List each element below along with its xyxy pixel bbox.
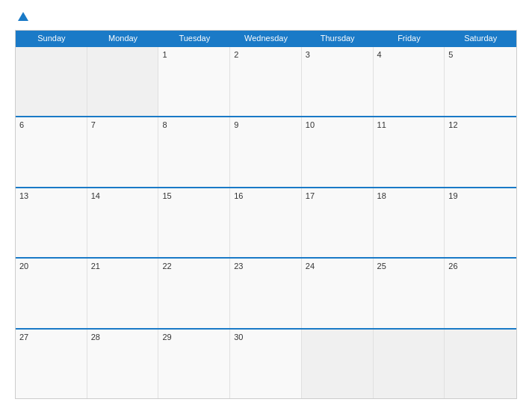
day-cell: 20 [16, 259, 87, 327]
week-row-3: 20212223242526 [16, 257, 516, 327]
day-cell: 16 [230, 188, 302, 257]
day-cell: 27 [16, 330, 87, 398]
day-number: 20 [19, 262, 83, 271]
day-number: 22 [162, 262, 226, 271]
day-cell [445, 330, 516, 398]
day-cell [302, 330, 374, 398]
day-number: 23 [234, 262, 297, 271]
day-number: 21 [91, 262, 155, 271]
day-cell: 6 [16, 117, 87, 186]
day-number: 17 [306, 191, 369, 200]
day-cell: 15 [158, 188, 230, 257]
day-cell: 29 [158, 330, 230, 398]
day-cell: 25 [374, 259, 445, 327]
day-cell [374, 330, 445, 398]
day-number: 15 [162, 191, 226, 200]
day-number: 8 [162, 120, 226, 129]
day-header-thursday: Thursday [302, 31, 374, 46]
week-row-4: 27282930 [16, 328, 516, 398]
day-number: 10 [306, 120, 369, 129]
day-number: 28 [91, 333, 155, 342]
day-headers: SundayMondayTuesdayWednesdayThursdayFrid… [16, 31, 516, 46]
day-number: 18 [377, 191, 441, 200]
day-cell: 7 [87, 117, 159, 186]
day-number: 7 [91, 120, 155, 129]
day-cell: 14 [87, 188, 159, 257]
day-number: 27 [19, 333, 83, 342]
logo-triangle-icon [18, 12, 28, 21]
day-cell: 24 [302, 259, 374, 327]
day-number: 16 [234, 191, 297, 200]
day-header-monday: Monday [87, 31, 159, 46]
day-header-saturday: Saturday [445, 31, 516, 46]
week-row-1: 6789101112 [16, 116, 516, 186]
day-number: 13 [19, 191, 83, 200]
day-number: 29 [162, 333, 226, 342]
day-cell [16, 47, 87, 116]
day-header-wednesday: Wednesday [230, 31, 302, 46]
day-cell [87, 47, 159, 116]
week-row-2: 13141516171819 [16, 187, 516, 257]
day-cell: 19 [445, 188, 516, 257]
day-cell: 8 [158, 117, 230, 186]
day-cell: 9 [230, 117, 302, 186]
day-number: 4 [377, 50, 441, 59]
day-cell: 22 [158, 259, 230, 327]
week-row-0: 12345 [16, 46, 516, 116]
day-cell: 12 [445, 117, 516, 186]
day-number: 14 [91, 191, 155, 200]
day-cell: 5 [445, 47, 516, 116]
day-cell: 13 [16, 188, 87, 257]
day-number: 2 [234, 50, 297, 59]
page: SundayMondayTuesdayWednesdayThursdayFrid… [0, 0, 532, 411]
day-cell: 30 [230, 330, 302, 398]
day-number: 1 [162, 50, 226, 59]
day-number: 5 [448, 50, 513, 59]
day-header-friday: Friday [374, 31, 445, 46]
day-number: 11 [377, 120, 441, 129]
day-number: 30 [234, 333, 297, 342]
day-cell: 11 [374, 117, 445, 186]
day-cell: 2 [230, 47, 302, 116]
day-number: 12 [448, 120, 513, 129]
logo [15, 12, 28, 22]
day-header-tuesday: Tuesday [158, 31, 230, 46]
day-cell: 23 [230, 259, 302, 327]
day-number: 24 [306, 262, 369, 271]
day-number: 26 [448, 262, 513, 271]
day-number: 6 [19, 120, 83, 129]
day-cell: 1 [158, 47, 230, 116]
day-cell: 10 [302, 117, 374, 186]
day-number: 9 [234, 120, 297, 129]
day-cell: 18 [374, 188, 445, 257]
day-cell: 21 [87, 259, 159, 327]
day-cell: 17 [302, 188, 374, 257]
day-number: 25 [377, 262, 441, 271]
day-cell: 28 [87, 330, 159, 398]
calendar: SundayMondayTuesdayWednesdayThursdayFrid… [15, 30, 517, 399]
day-header-sunday: Sunday [16, 31, 87, 46]
day-cell: 4 [374, 47, 445, 116]
day-number: 19 [448, 191, 513, 200]
day-cell: 3 [302, 47, 374, 116]
header [15, 12, 517, 22]
day-cell: 26 [445, 259, 516, 327]
weeks: 1234567891011121314151617181920212223242… [16, 46, 516, 398]
day-number: 3 [306, 50, 369, 59]
